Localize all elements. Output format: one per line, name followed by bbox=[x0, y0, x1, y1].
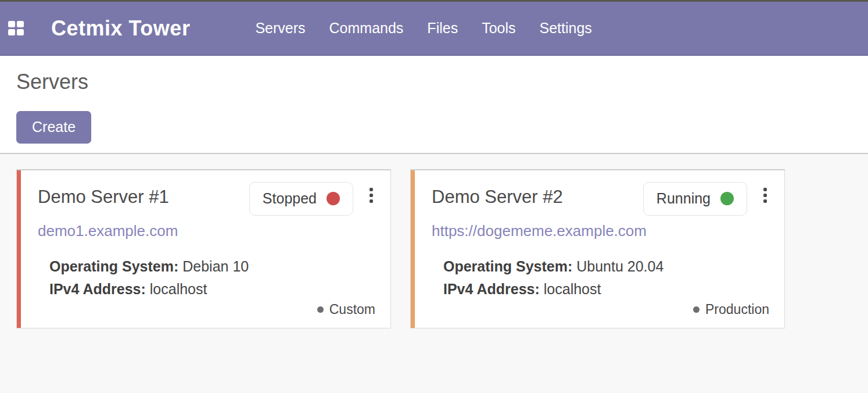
tag-label: Production bbox=[705, 302, 769, 317]
ip-value: localhost bbox=[544, 281, 601, 297]
ip-label: IPv4 Address: bbox=[443, 281, 540, 297]
kebab-menu-icon[interactable] bbox=[367, 185, 375, 205]
os-label: Operating System: bbox=[443, 258, 572, 274]
menu-item-files[interactable]: Files bbox=[427, 20, 458, 37]
ip-row: IPv4 Address: localhost bbox=[443, 278, 769, 301]
apps-menu-icon[interactable] bbox=[8, 21, 24, 35]
page-title: Servers bbox=[16, 56, 852, 94]
server-status-button[interactable]: Running bbox=[643, 182, 747, 216]
tag-label: Custom bbox=[329, 302, 375, 317]
control-panel: Servers Create bbox=[0, 56, 868, 154]
card-accent-stripe bbox=[17, 170, 21, 328]
ip-row: IPv4 Address: localhost bbox=[49, 278, 375, 301]
kebab-menu-icon[interactable] bbox=[761, 185, 769, 205]
main-navbar: Cetmix Tower Servers Commands Files Tool… bbox=[0, 2, 868, 56]
os-label: Operating System: bbox=[49, 258, 178, 274]
server-name: Demo Server #2 bbox=[432, 182, 643, 208]
tag-dot-icon bbox=[693, 306, 700, 313]
os-row: Operating System: Ubuntu 20.04 bbox=[443, 255, 769, 278]
server-tag: Production bbox=[693, 302, 769, 317]
status-dot-icon bbox=[327, 192, 340, 205]
status-label: Stopped bbox=[263, 190, 317, 207]
os-value: Ubuntu 20.04 bbox=[576, 258, 663, 274]
os-value: Debian 10 bbox=[182, 258, 249, 274]
os-row: Operating System: Debian 10 bbox=[49, 255, 375, 278]
menu-item-settings[interactable]: Settings bbox=[540, 20, 592, 37]
tag-dot-icon bbox=[317, 306, 324, 313]
menu-item-servers[interactable]: Servers bbox=[255, 20, 305, 37]
ip-value: localhost bbox=[150, 281, 207, 297]
menu-item-tools[interactable]: Tools bbox=[482, 20, 515, 37]
server-url-link[interactable]: https://dogememe.example.com bbox=[432, 222, 647, 240]
app-brand-title: Cetmix Tower bbox=[51, 16, 190, 41]
server-name: Demo Server #1 bbox=[38, 182, 249, 208]
kanban-view: Demo Server #1 Stopped demo1.example.com… bbox=[0, 154, 868, 392]
server-card[interactable]: Demo Server #1 Stopped demo1.example.com… bbox=[16, 169, 391, 328]
server-status-button[interactable]: Stopped bbox=[249, 182, 353, 216]
card-accent-stripe bbox=[411, 170, 415, 328]
ip-label: IPv4 Address: bbox=[49, 281, 146, 297]
status-label: Running bbox=[657, 190, 711, 207]
create-button[interactable]: Create bbox=[16, 111, 91, 144]
menu-item-commands[interactable]: Commands bbox=[329, 20, 404, 37]
server-tag: Custom bbox=[317, 302, 375, 317]
server-card[interactable]: Demo Server #2 Running https://dogememe.… bbox=[410, 169, 785, 328]
server-url-link[interactable]: demo1.example.com bbox=[38, 222, 178, 240]
status-dot-icon bbox=[720, 192, 734, 205]
main-menu: Servers Commands Files Tools Settings bbox=[255, 20, 591, 37]
